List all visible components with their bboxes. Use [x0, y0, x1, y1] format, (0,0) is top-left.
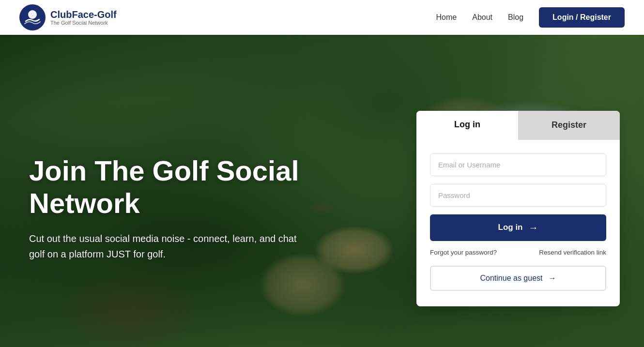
login-button-label: Log in	[498, 223, 523, 232]
login-register-button[interactable]: Login / Register	[539, 7, 625, 28]
card-links: Forgot your password? Resend verificatio…	[430, 249, 606, 256]
continue-as-guest-button[interactable]: Continue as guest →	[430, 266, 606, 291]
card-body: Log in → Forgot your password? Resend ve…	[416, 140, 620, 306]
navigation: Home About Blog Login / Register	[436, 7, 625, 28]
password-input[interactable]	[430, 184, 606, 207]
card-tabs: Log in Register	[416, 111, 620, 140]
tab-register[interactable]: Register	[518, 111, 620, 140]
svg-point-5	[33, 15, 34, 15]
email-username-input[interactable]	[430, 153, 606, 176]
logo-text: ClubFace-Golf The Golf Social Network	[50, 9, 117, 26]
resend-verification-link[interactable]: Resend verification link	[539, 249, 606, 256]
logo-subtitle: The Golf Social Network	[50, 20, 117, 26]
hero-subtitle: Cut out the usual social media noise - c…	[29, 231, 300, 262]
header: ClubFace-Golf The Golf Social Network Ho…	[0, 0, 644, 35]
hero-section: Join The Golf Social Network Cut out the…	[0, 35, 644, 347]
nav-home[interactable]: Home	[436, 13, 457, 22]
svg-point-2	[33, 13, 34, 14]
nav-about[interactable]: About	[472, 13, 492, 22]
svg-point-1	[31, 13, 32, 14]
logo[interactable]: ClubFace-Golf The Golf Social Network	[19, 4, 117, 30]
logo-title: ClubFace-Golf	[50, 9, 117, 20]
nav-blog[interactable]: Blog	[508, 13, 523, 22]
svg-point-3	[32, 15, 33, 16]
svg-point-4	[31, 15, 31, 15]
forgot-password-link[interactable]: Forgot your password?	[430, 249, 497, 256]
hero-title: Join The Golf Social Network	[29, 155, 357, 219]
guest-arrow-icon: →	[548, 274, 556, 283]
hero-content: Join The Golf Social Network Cut out the…	[0, 35, 386, 347]
login-submit-button[interactable]: Log in →	[430, 214, 606, 241]
guest-button-label: Continue as guest	[480, 274, 543, 283]
login-card: Log in Register Log in → Forgot your pas…	[416, 111, 620, 306]
logo-icon	[19, 4, 46, 30]
svg-point-0	[28, 10, 37, 19]
login-arrow-icon: →	[528, 222, 538, 233]
tab-login[interactable]: Log in	[416, 111, 518, 140]
